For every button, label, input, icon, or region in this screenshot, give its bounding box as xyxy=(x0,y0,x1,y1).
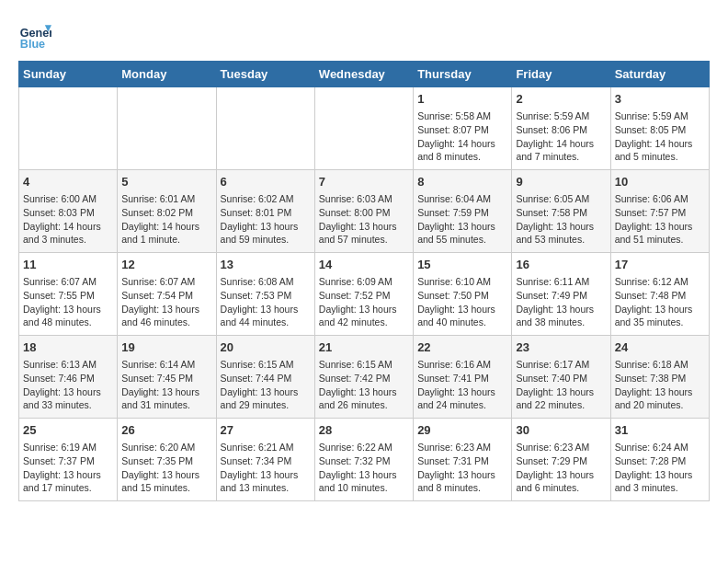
day-detail: Sunrise: 6:07 AM Sunset: 7:54 PM Dayligh… xyxy=(121,275,211,329)
day-detail: Sunrise: 6:12 AM Sunset: 7:48 PM Dayligh… xyxy=(615,275,705,329)
calendar-cell xyxy=(118,87,216,170)
day-detail: Sunrise: 6:05 AM Sunset: 7:58 PM Dayligh… xyxy=(516,192,606,247)
day-number: 17 xyxy=(615,257,705,273)
calendar-cell: 11Sunrise: 6:07 AM Sunset: 7:55 PM Dayli… xyxy=(19,253,118,336)
day-detail: Sunrise: 6:06 AM Sunset: 7:57 PM Dayligh… xyxy=(615,192,705,247)
day-number: 22 xyxy=(417,339,507,356)
calendar-cell: 29Sunrise: 6:23 AM Sunset: 7:31 PM Dayli… xyxy=(414,419,512,501)
calendar-cell: 26Sunrise: 6:20 AM Sunset: 7:35 PM Dayli… xyxy=(118,419,216,501)
calendar-cell: 18Sunrise: 6:13 AM Sunset: 7:46 PM Dayli… xyxy=(19,336,118,419)
day-number: 15 xyxy=(417,257,507,273)
day-detail: Sunrise: 6:09 AM Sunset: 7:52 PM Dayligh… xyxy=(319,275,409,329)
day-detail: Sunrise: 6:19 AM Sunset: 7:37 PM Dayligh… xyxy=(23,441,113,495)
calendar-cell xyxy=(216,87,314,170)
day-detail: Sunrise: 6:07 AM Sunset: 7:55 PM Dayligh… xyxy=(23,275,113,329)
calendar-cell: 13Sunrise: 6:08 AM Sunset: 7:53 PM Dayli… xyxy=(216,253,314,336)
day-detail: Sunrise: 6:13 AM Sunset: 7:46 PM Dayligh… xyxy=(23,358,113,412)
day-number: 11 xyxy=(23,257,113,273)
day-number: 4 xyxy=(23,174,113,190)
calendar-table: SundayMondayTuesdayWednesdayThursdayFrid… xyxy=(18,61,710,501)
day-detail: Sunrise: 6:02 AM Sunset: 8:01 PM Dayligh… xyxy=(221,192,311,247)
day-detail: Sunrise: 6:17 AM Sunset: 7:40 PM Dayligh… xyxy=(516,358,606,412)
day-number: 20 xyxy=(221,339,311,356)
calendar-cell: 17Sunrise: 6:12 AM Sunset: 7:48 PM Dayli… xyxy=(610,253,709,336)
calendar-cell: 7Sunrise: 6:03 AM Sunset: 8:00 PM Daylig… xyxy=(314,170,413,253)
calendar-cell: 22Sunrise: 6:16 AM Sunset: 7:41 PM Dayli… xyxy=(414,336,512,419)
day-number: 5 xyxy=(121,174,211,190)
day-detail: Sunrise: 5:59 AM Sunset: 8:06 PM Dayligh… xyxy=(516,109,606,164)
calendar-cell: 31Sunrise: 6:24 AM Sunset: 7:28 PM Dayli… xyxy=(610,419,709,501)
day-detail: Sunrise: 6:16 AM Sunset: 7:41 PM Dayligh… xyxy=(417,358,507,412)
day-detail: Sunrise: 6:23 AM Sunset: 7:31 PM Dayligh… xyxy=(417,441,507,495)
logo-icon: General Blue xyxy=(18,18,51,52)
calendar-cell: 21Sunrise: 6:15 AM Sunset: 7:42 PM Dayli… xyxy=(314,336,413,419)
day-detail: Sunrise: 6:10 AM Sunset: 7:50 PM Dayligh… xyxy=(417,275,507,329)
day-number: 9 xyxy=(516,174,606,190)
day-detail: Sunrise: 6:23 AM Sunset: 7:29 PM Dayligh… xyxy=(516,441,606,495)
header-day-sunday: Sunday xyxy=(19,62,118,87)
day-detail: Sunrise: 6:20 AM Sunset: 7:35 PM Dayligh… xyxy=(121,441,211,495)
day-detail: Sunrise: 6:15 AM Sunset: 7:44 PM Dayligh… xyxy=(221,358,311,412)
calendar-week-2: 4Sunrise: 6:00 AM Sunset: 8:03 PM Daylig… xyxy=(19,170,710,253)
day-number: 26 xyxy=(121,422,211,439)
calendar-cell: 30Sunrise: 6:23 AM Sunset: 7:29 PM Dayli… xyxy=(512,419,610,501)
calendar-cell: 27Sunrise: 6:21 AM Sunset: 7:34 PM Dayli… xyxy=(216,419,314,501)
day-number: 7 xyxy=(319,174,409,190)
day-number: 3 xyxy=(615,91,705,108)
logo: General Blue xyxy=(18,18,55,52)
day-number: 24 xyxy=(615,339,705,356)
header-day-saturday: Saturday xyxy=(610,62,709,87)
calendar-cell: 23Sunrise: 6:17 AM Sunset: 7:40 PM Dayli… xyxy=(512,336,610,419)
day-number: 29 xyxy=(417,422,507,439)
svg-text:Blue: Blue xyxy=(20,38,45,51)
day-number: 2 xyxy=(516,91,606,108)
day-number: 14 xyxy=(319,257,409,273)
calendar-cell xyxy=(314,87,413,170)
day-number: 30 xyxy=(516,422,606,439)
day-number: 21 xyxy=(319,339,409,356)
calendar-week-3: 11Sunrise: 6:07 AM Sunset: 7:55 PM Dayli… xyxy=(19,253,710,336)
day-detail: Sunrise: 6:01 AM Sunset: 8:02 PM Dayligh… xyxy=(121,192,211,247)
calendar-cell: 24Sunrise: 6:18 AM Sunset: 7:38 PM Dayli… xyxy=(610,336,709,419)
calendar-cell: 28Sunrise: 6:22 AM Sunset: 7:32 PM Dayli… xyxy=(314,419,413,501)
day-number: 6 xyxy=(221,174,311,190)
day-number: 13 xyxy=(221,257,311,273)
calendar-header-row: SundayMondayTuesdayWednesdayThursdayFrid… xyxy=(19,62,710,87)
day-detail: Sunrise: 6:08 AM Sunset: 7:53 PM Dayligh… xyxy=(221,275,311,329)
calendar-cell: 5Sunrise: 6:01 AM Sunset: 8:02 PM Daylig… xyxy=(118,170,216,253)
calendar-cell: 20Sunrise: 6:15 AM Sunset: 7:44 PM Dayli… xyxy=(216,336,314,419)
day-detail: Sunrise: 6:00 AM Sunset: 8:03 PM Dayligh… xyxy=(23,192,113,247)
day-number: 1 xyxy=(417,91,507,108)
day-detail: Sunrise: 5:59 AM Sunset: 8:05 PM Dayligh… xyxy=(615,109,705,164)
calendar-week-1: 1Sunrise: 5:58 AM Sunset: 8:07 PM Daylig… xyxy=(19,87,710,170)
calendar-cell: 19Sunrise: 6:14 AM Sunset: 7:45 PM Dayli… xyxy=(118,336,216,419)
calendar-cell: 15Sunrise: 6:10 AM Sunset: 7:50 PM Dayli… xyxy=(414,253,512,336)
day-detail: Sunrise: 5:58 AM Sunset: 8:07 PM Dayligh… xyxy=(417,109,507,164)
calendar-cell: 9Sunrise: 6:05 AM Sunset: 7:58 PM Daylig… xyxy=(512,170,610,253)
day-detail: Sunrise: 6:21 AM Sunset: 7:34 PM Dayligh… xyxy=(221,441,311,495)
calendar-cell: 1Sunrise: 5:58 AM Sunset: 8:07 PM Daylig… xyxy=(414,87,512,170)
day-number: 19 xyxy=(121,339,211,356)
day-number: 12 xyxy=(121,257,211,273)
header-day-tuesday: Tuesday xyxy=(216,62,314,87)
calendar-cell: 3Sunrise: 5:59 AM Sunset: 8:05 PM Daylig… xyxy=(610,87,709,170)
day-detail: Sunrise: 6:11 AM Sunset: 7:49 PM Dayligh… xyxy=(516,275,606,329)
day-detail: Sunrise: 6:24 AM Sunset: 7:28 PM Dayligh… xyxy=(615,441,705,495)
calendar-cell: 25Sunrise: 6:19 AM Sunset: 7:37 PM Dayli… xyxy=(19,419,118,501)
header-day-friday: Friday xyxy=(512,62,610,87)
day-number: 8 xyxy=(417,174,507,190)
day-number: 27 xyxy=(221,422,311,439)
calendar-cell: 2Sunrise: 5:59 AM Sunset: 8:06 PM Daylig… xyxy=(512,87,610,170)
calendar-cell: 14Sunrise: 6:09 AM Sunset: 7:52 PM Dayli… xyxy=(314,253,413,336)
calendar-week-5: 25Sunrise: 6:19 AM Sunset: 7:37 PM Dayli… xyxy=(19,419,710,501)
day-number: 10 xyxy=(615,174,705,190)
day-detail: Sunrise: 6:15 AM Sunset: 7:42 PM Dayligh… xyxy=(319,358,409,412)
page-header: General Blue xyxy=(18,18,710,52)
day-number: 23 xyxy=(516,339,606,356)
day-detail: Sunrise: 6:18 AM Sunset: 7:38 PM Dayligh… xyxy=(615,358,705,412)
calendar-cell: 6Sunrise: 6:02 AM Sunset: 8:01 PM Daylig… xyxy=(216,170,314,253)
calendar-cell: 8Sunrise: 6:04 AM Sunset: 7:59 PM Daylig… xyxy=(414,170,512,253)
day-number: 25 xyxy=(23,422,113,439)
calendar-cell: 12Sunrise: 6:07 AM Sunset: 7:54 PM Dayli… xyxy=(118,253,216,336)
calendar-cell: 16Sunrise: 6:11 AM Sunset: 7:49 PM Dayli… xyxy=(512,253,610,336)
